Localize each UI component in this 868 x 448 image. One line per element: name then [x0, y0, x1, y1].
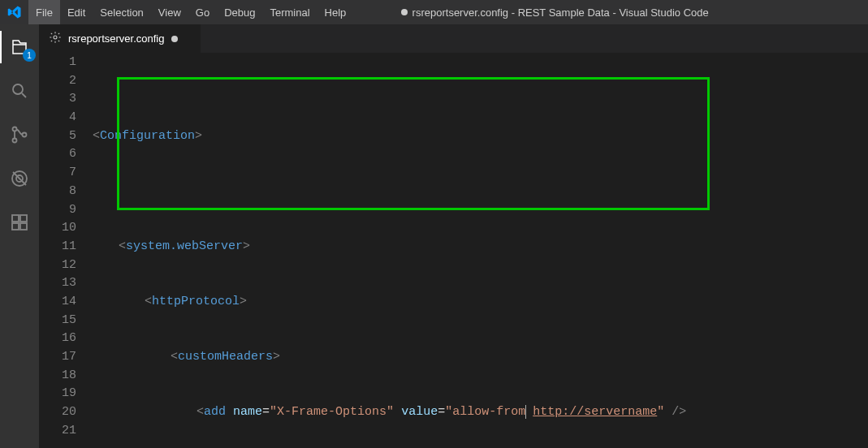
text-cursor: [525, 405, 526, 419]
line-number: 13: [39, 274, 76, 293]
svg-rect-9: [20, 223, 27, 230]
editor-tab[interactable]: rsreportserver.config: [39, 24, 201, 53]
editor-body[interactable]: 123456789101112131415161718192021 <Confi…: [39, 53, 868, 448]
menu-item-go[interactable]: Go: [188, 0, 217, 24]
menu-item-selection[interactable]: Selection: [93, 0, 150, 24]
line-number: 4: [39, 109, 76, 127]
line-number: 2: [39, 72, 76, 91]
svg-point-1: [13, 127, 17, 131]
svg-point-3: [23, 133, 27, 137]
line-number: 21: [39, 422, 76, 441]
menu-item-help[interactable]: Help: [317, 0, 354, 24]
settings-file-icon: [49, 31, 62, 46]
svg-point-10: [54, 36, 57, 39]
line-number: 18: [39, 367, 76, 386]
unsaved-dot-icon: [401, 9, 408, 15]
code-line: <add name="X-Frame-Options" value="allow…: [93, 403, 868, 422]
svg-rect-7: [20, 215, 27, 222]
menu-item-terminal[interactable]: Terminal: [262, 0, 317, 24]
svg-point-2: [13, 139, 17, 143]
menu-item-edit[interactable]: Edit: [60, 0, 93, 24]
line-number: 8: [39, 183, 76, 201]
line-number: 10: [39, 219, 76, 238]
line-number: 9: [39, 201, 76, 220]
svg-rect-6: [12, 215, 19, 222]
extensions-icon[interactable]: [0, 206, 39, 239]
line-number: 15: [39, 312, 76, 330]
line-number: 19: [39, 385, 76, 403]
line-number: 11: [39, 238, 76, 256]
menubar: FileEditSelectionViewGoDebugTerminalHelp: [28, 0, 353, 24]
line-number: 1: [39, 54, 76, 72]
editor-area: rsreportserver.config 123456789101112131…: [39, 24, 868, 448]
code-line: <httpProtocol>: [93, 293, 868, 312]
line-number: 12: [39, 256, 76, 275]
window-title: rsreportserver.config - REST Sample Data…: [353, 6, 756, 19]
line-number: 7: [39, 164, 76, 183]
code-line: <customHeaders>: [93, 348, 868, 367]
menu-item-view[interactable]: View: [151, 0, 188, 24]
debug-icon[interactable]: [0, 162, 39, 195]
line-number: 6: [39, 145, 76, 164]
window-title-text: rsreportserver.config - REST Sample Data…: [412, 6, 709, 19]
modified-dot-icon: [171, 36, 178, 42]
search-icon[interactable]: [0, 75, 39, 107]
code-line: [93, 183, 868, 201]
code-content[interactable]: <Configuration> <system.webServer> <http…: [93, 53, 868, 448]
line-number: 5: [39, 127, 76, 146]
tab-filename: rsreportserver.config: [68, 32, 165, 45]
line-number-gutter: 123456789101112131415161718192021: [39, 53, 93, 448]
vscode-logo-icon: [0, 0, 28, 24]
code-line: <system.webServer>: [93, 238, 868, 256]
menu-item-file[interactable]: File: [28, 0, 60, 24]
explorer-icon[interactable]: 1: [0, 31, 39, 63]
line-number: 14: [39, 293, 76, 312]
line-number: 16: [39, 330, 76, 348]
svg-rect-8: [12, 223, 19, 230]
code-line: <Configuration>: [93, 127, 868, 146]
source-control-icon[interactable]: [0, 118, 39, 151]
explorer-badge: 1: [23, 49, 36, 62]
tab-bar: rsreportserver.config: [39, 24, 868, 53]
titlebar: FileEditSelectionViewGoDebugTerminalHelp…: [0, 0, 868, 24]
svg-point-0: [13, 84, 23, 94]
activity-bar: 1: [0, 24, 39, 448]
menu-item-debug[interactable]: Debug: [217, 0, 262, 24]
line-number: 3: [39, 90, 76, 109]
line-number: 17: [39, 348, 76, 367]
line-number: 20: [39, 403, 76, 422]
